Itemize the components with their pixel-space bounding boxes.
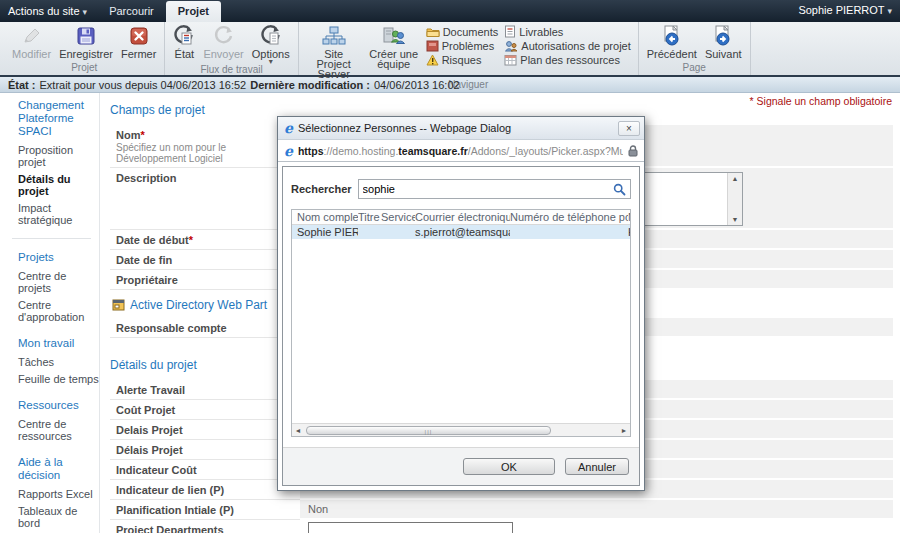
- nom-label: Nom* Spécifiez un nom pour le Développem…: [110, 125, 300, 168]
- scrollbar-track[interactable]: |||: [304, 425, 618, 436]
- col-header-service[interactable]: Service: [381, 211, 415, 223]
- modifier-label: Modifier: [12, 47, 51, 59]
- sidebar-item-details-du-projet[interactable]: Détails du projet: [18, 170, 99, 199]
- group-label-flux: Flux de travail: [169, 64, 293, 76]
- sidebar-item-impact-strategique[interactable]: Impact stratégique: [18, 199, 99, 228]
- departments-input[interactable]: [308, 522, 513, 533]
- ribbon-group-naviguer: Site Project Server Créer une équipe Doc…: [299, 22, 639, 75]
- planification-label: Planification Intiale (P): [110, 500, 300, 520]
- enregistrer-label: Enregistrer: [59, 47, 113, 59]
- date-debut-label: Date de début*: [110, 230, 300, 250]
- sidebar-item-rapports-excel[interactable]: Rapports Excel: [18, 485, 99, 502]
- dialog-title: Sélectionnez Personnes -- Webpage Dialog: [298, 122, 613, 134]
- delais2-label-text: Délais Projet: [116, 444, 183, 456]
- ribbon-group-page: Précédent Suivant Page: [639, 22, 751, 75]
- url-domain: teamsquare.fr: [398, 145, 467, 157]
- options-button[interactable]: Options ▾: [248, 23, 294, 64]
- scroll-right-icon[interactable]: ►: [618, 427, 630, 434]
- sidebar-item-centre-approbation[interactable]: Centre d'approbation: [18, 296, 99, 325]
- ok-button[interactable]: OK: [463, 458, 555, 475]
- etat-button[interactable]: État: [169, 23, 199, 64]
- result-row-sophie-pierrot[interactable]: Sophie PIERROT s.pierrot@teamsquare.fr H…: [292, 225, 630, 239]
- sidebar-item-tableaux-de-bord[interactable]: Tableaux de bord: [18, 502, 99, 531]
- sidebar-header-aide-decision[interactable]: Aide à la décision: [18, 456, 99, 482]
- sidebar-header-mon-travail[interactable]: Mon travail: [18, 337, 99, 350]
- scroll-left-icon[interactable]: ◄: [292, 427, 304, 434]
- envoyer-button[interactable]: Envoyer: [199, 23, 247, 64]
- departments-label-text: Project Departments: [116, 524, 224, 533]
- sidebar-item-taches[interactable]: Tâches: [18, 353, 99, 370]
- col-header-courrier[interactable]: Courrier électronique: [415, 211, 510, 223]
- enregistrer-button[interactable]: Enregistrer: [55, 23, 117, 62]
- user-menu[interactable]: Sophie PIERROT ▾: [798, 4, 892, 16]
- tab-parcourir[interactable]: Parcourir: [97, 1, 166, 22]
- risques-button[interactable]: Risques: [423, 53, 502, 66]
- status-etat-value: Extrait pour vous depuis 04/06/2013 16:5…: [40, 79, 247, 91]
- plan-ressources-button[interactable]: Plan des ressources: [501, 53, 633, 66]
- proprietaire-label-text: Propriétaire: [116, 274, 178, 286]
- url-scheme: https: [298, 145, 324, 157]
- creer-equipe-button[interactable]: Créer une équipe: [365, 23, 423, 79]
- site-actions-menu[interactable]: Actions du site ▾: [0, 1, 97, 22]
- sidebar-header-changement[interactable]: Changement Plateforme SPACI: [18, 99, 99, 138]
- scroll-up-icon[interactable]: ▲: [732, 175, 739, 182]
- site-project-server-button[interactable]: Site Project Server: [303, 23, 365, 79]
- planification-value-text: Non: [308, 503, 328, 515]
- sidebar-item-centre-de-projets[interactable]: Centre de projets: [18, 267, 99, 296]
- problemes-button[interactable]: Problèmes: [423, 39, 502, 52]
- dialog-url-text: https://demo.hosting.teamsquare.fr/Addon…: [298, 145, 623, 157]
- col-header-nom-complet[interactable]: Nom complet: [292, 211, 358, 223]
- active-directory-webpart-link[interactable]: Active Directory Web Part: [130, 298, 267, 312]
- documents-button[interactable]: Documents: [423, 25, 502, 38]
- dialog-title-bar[interactable]: e Sélectionnez Personnes -- Webpage Dial…: [278, 117, 644, 140]
- modifier-button[interactable]: Modifier: [8, 23, 55, 62]
- col-header-nom-utilisateur[interactable]: No: [628, 211, 630, 223]
- nom-label-text: Nom: [116, 129, 140, 141]
- col-header-titre[interactable]: Titre: [358, 211, 381, 223]
- horizontal-scrollbar[interactable]: ◄ ||| ►: [292, 423, 630, 436]
- search-input[interactable]: [359, 181, 609, 197]
- documents-label: Documents: [443, 26, 499, 38]
- precedent-button[interactable]: Précédent: [643, 23, 701, 62]
- webpart-icon: [112, 299, 125, 311]
- dialog-close-button[interactable]: ×: [618, 121, 640, 136]
- col-header-telephone[interactable]: Numéro de téléphone portable: [510, 211, 628, 223]
- field-row-planification: Planification Intiale (P) Non: [110, 500, 893, 520]
- sidebar-header-ressources[interactable]: Ressources: [18, 399, 99, 412]
- departments-label: Project Departments: [110, 520, 300, 533]
- date-debut-label-text: Date de début: [116, 234, 189, 246]
- document-icon: [504, 25, 516, 38]
- livrables-button[interactable]: Livrables: [501, 25, 633, 38]
- autorisations-button[interactable]: Autorisations de projet: [501, 39, 633, 52]
- workflow-status-icon: [173, 25, 195, 47]
- dialog-url-bar: e https://demo.hosting.teamsquare.fr/Add…: [278, 140, 644, 162]
- calendar-icon: [504, 54, 517, 66]
- autorisations-label: Autorisations de projet: [521, 40, 630, 52]
- description-label: Description: [110, 168, 300, 230]
- alerte-label-text: Alerte Travail: [116, 384, 185, 396]
- status-etat-label: État :: [8, 79, 36, 91]
- scrollbar-thumb[interactable]: |||: [306, 426, 551, 435]
- textarea-scrollbar[interactable]: ▲ ▼: [727, 173, 742, 225]
- delais1-label-text: Delais Projet: [116, 424, 183, 436]
- sidebar-item-feuille-de-temps[interactable]: Feuille de temps: [18, 370, 99, 387]
- scrollbar-grip: |||: [425, 429, 433, 435]
- user-name: Sophie PIERROT: [798, 4, 884, 16]
- sidebar-header-projets[interactable]: Projets: [18, 251, 99, 264]
- proprietaire-label: Propriétaire: [110, 270, 300, 290]
- sidebar-item-proposition-projet[interactable]: Proposition projet: [18, 141, 99, 170]
- tab-projet[interactable]: Projet: [166, 1, 221, 22]
- livrables-label: Livrables: [519, 26, 563, 38]
- indicateur-lien-label: Indicateur de lien (P): [110, 480, 300, 500]
- required-asterisk: *: [140, 129, 144, 141]
- cell-nom-complet: Sophie PIERROT: [292, 226, 358, 238]
- scroll-down-icon[interactable]: ▼: [732, 216, 739, 223]
- warning-triangle-icon: [426, 54, 439, 66]
- sidebar-item-centre-de-ressources[interactable]: Centre de ressources: [18, 415, 99, 444]
- cancel-button[interactable]: Annuler: [565, 458, 629, 475]
- fermer-button[interactable]: Fermer: [117, 23, 160, 62]
- search-icon[interactable]: [609, 183, 630, 196]
- top-bar: Actions du site ▾ Parcourir Projet Sophi…: [0, 0, 900, 22]
- search-box: [358, 179, 631, 199]
- suivant-button[interactable]: Suivant: [701, 23, 746, 62]
